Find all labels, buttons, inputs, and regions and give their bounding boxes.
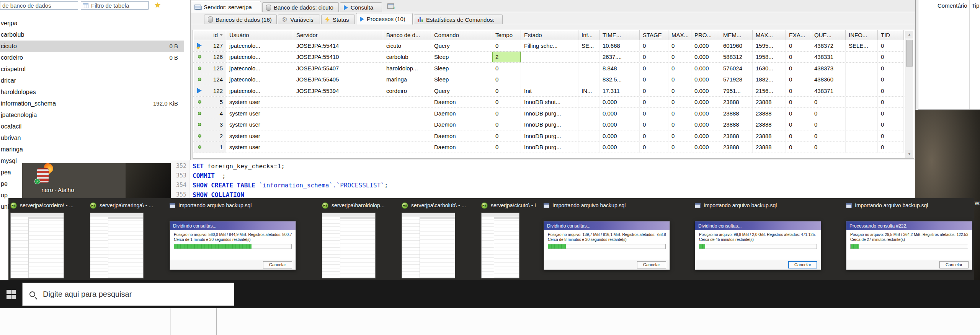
comment-column-header[interactable]: Comentário <box>938 2 967 9</box>
scroll-up-icon[interactable]: ▲ <box>905 31 913 38</box>
preview-title: Importando arquivo backup.sql <box>695 200 837 211</box>
nero-shortcut-icon[interactable]: ✓ nero - Atalho <box>36 164 54 185</box>
new-query-tab-icon[interactable] <box>387 3 394 9</box>
window-preview-4: HSserverjpa\carbolub\ - ... <box>402 200 471 278</box>
tab-banco-de-dados-cicuto[interactable]: Banco de dados: cicuto <box>262 2 339 12</box>
column-header-id[interactable]: id <box>194 30 226 40</box>
grid-vertical-scrollbar[interactable]: ▲ ▼ <box>905 31 913 158</box>
row-state-green-icon <box>197 65 203 71</box>
sidebar-item-carbolub[interactable]: carbolub <box>0 29 184 41</box>
window-thumbnail[interactable] <box>402 213 455 278</box>
progress-fill <box>548 244 566 249</box>
bolt-icon <box>325 16 330 23</box>
preview-title: HSserverjpa\maringa\ - ... <box>90 200 160 211</box>
window-thumbnail[interactable] <box>10 213 64 278</box>
cancel-button[interactable]: Cancelar <box>637 261 666 268</box>
column-header-tempo[interactable]: Tempo <box>492 30 521 40</box>
column-header-max[interactable]: MAX... <box>668 30 691 40</box>
column-header-tid[interactable]: TID <box>878 30 904 40</box>
favorites-star-icon[interactable]: ★ <box>154 1 161 10</box>
line-number: 352 <box>170 163 186 169</box>
type-column-header[interactable]: Tip <box>972 2 979 9</box>
column-header-mem[interactable]: MEM... <box>720 30 753 40</box>
scroll-down-icon[interactable]: ▼ <box>905 150 913 158</box>
database-filter-input[interactable] <box>0 1 78 10</box>
sidebar-item-crispetrol[interactable]: crispetrol <box>0 63 184 75</box>
tab-vari-veis[interactable]: ⚙Variáveis <box>278 15 320 24</box>
dialog-eta-text: Cerca de 27 minutos restante(s) <box>850 237 968 242</box>
column-header-usu-rio[interactable]: Usuário <box>226 30 293 40</box>
window-thumbnail[interactable] <box>322 213 376 278</box>
preview-title: HSserverjpa\cicuto\ - He... <box>481 200 536 211</box>
cancel-button[interactable]: Cancelar <box>939 261 969 268</box>
sidebar-item-ocafacil[interactable]: ocafacil <box>0 121 184 132</box>
search-input[interactable] <box>42 289 234 299</box>
preview-title: HSserverjpa\cordeiro\ - ... <box>10 200 80 211</box>
column-header-info[interactable]: INFO... <box>846 30 878 40</box>
process-row-1[interactable]: 1system userDaemon0InnoDB purg...0.00000… <box>193 142 905 153</box>
line-number: 353 <box>170 172 186 179</box>
process-row-5[interactable]: 5system userDaemon0InnoDB shut...0.00000… <box>193 97 905 108</box>
process-row-4[interactable]: 4system userDaemon0InnoDB purg...0.00000… <box>193 108 905 119</box>
start-button[interactable] <box>0 280 22 308</box>
mini-tree-panel <box>482 217 494 278</box>
column-header-inf[interactable]: Inf... <box>578 30 599 40</box>
heidisql-icon: HS <box>90 202 96 209</box>
column-header-max[interactable]: MAX... <box>753 30 786 40</box>
column-header-pro[interactable]: PRO... <box>691 30 720 40</box>
sidebar-item-information-schema[interactable]: information_schema192,0 KiB <box>0 98 184 109</box>
column-divider <box>969 0 970 109</box>
dialog-thumbnail[interactable]: Processando consulta #222.Posição no arq… <box>846 221 972 270</box>
tab-status[interactable]: Status <box>321 15 355 24</box>
window-thumbnail[interactable] <box>481 213 519 278</box>
sidebar-item-haroldolopes[interactable]: haroldolopes <box>0 86 184 98</box>
windows-taskbar: e☎>_HS <box>0 280 980 308</box>
column-header-exa[interactable]: EXA... <box>786 30 811 40</box>
line-number: 354 <box>170 182 186 189</box>
process-row-2[interactable]: 2system userDaemon0InnoDB purg...0.00000… <box>193 130 905 142</box>
column-header-comando[interactable]: Comando <box>431 30 492 40</box>
process-row-126[interactable]: 126jpatecnolo...JOSEJPA:55410carbolubSle… <box>193 52 905 63</box>
column-header-que[interactable]: QUE... <box>811 30 846 40</box>
tab-servidor-serverjpa[interactable]: Servidor: serverjpa <box>190 1 261 13</box>
column-header-banco-de-d[interactable]: Banco de d... <box>383 30 431 40</box>
process-row-122[interactable]: 122jpatecnolo...JOSEJPA:55394cordeiroQue… <box>193 85 905 97</box>
process-row-124[interactable]: 124jpatecnolo...JOSEJPA:55405maringaSlee… <box>193 74 905 86</box>
table-filter-input[interactable] <box>90 2 147 9</box>
progress-bar <box>174 244 292 249</box>
sidebar-item-cicuto[interactable]: cicuto0 B <box>0 41 184 52</box>
taskbar-preview-panel: HSserverjpa\cordeiro\ - ...HSserverjpa\m… <box>8 198 974 280</box>
column-header-servidor[interactable]: Servidor <box>293 30 383 40</box>
cancel-button[interactable]: Cancelar <box>263 261 292 268</box>
dialog-preview-8: Importando arquivo backup.sqlProcessando… <box>846 200 974 278</box>
dialog-thumbnail[interactable]: Dividindo consultas...Posição no arquivo… <box>544 221 670 270</box>
sidebar-item-dricar[interactable]: dricar <box>0 75 184 86</box>
sidebar-item-verjpa[interactable]: verjpa <box>0 18 184 29</box>
column-header-time[interactable]: TIME... <box>599 30 640 40</box>
sql-line: COMMIT ; <box>193 172 226 179</box>
tab-consulta[interactable]: Consulta <box>340 2 382 12</box>
sidebar-item-jpatecnologia[interactable]: jpatecnologia <box>0 109 184 121</box>
dialog-thumbnail[interactable]: Dividindo consultas...Posição no arquivo… <box>170 221 296 270</box>
sidebar-item-maringa[interactable]: maringa <box>0 144 184 155</box>
process-row-3[interactable]: 3system userDaemon0InnoDB purg...0.00000… <box>193 119 905 131</box>
window-thumbnail[interactable] <box>90 213 144 278</box>
column-header-stage[interactable]: STAGE <box>640 30 668 40</box>
dialog-eta-text: Cerca de 1 minuto e 30 segundos restante… <box>174 237 292 242</box>
shortcut-check-icon: ✓ <box>34 179 40 184</box>
sidebar-item-cordeiro[interactable]: cordeiro0 B <box>0 52 184 63</box>
tab-estat-sticas-de-comandos[interactable]: Estatísticas de Comandos: <box>414 15 503 24</box>
header-underline <box>918 11 980 11</box>
dialog-titlebar: Dividindo consultas... <box>544 221 670 230</box>
cancel-button[interactable]: Cancelar <box>788 261 817 268</box>
taskbar-search-box[interactable] <box>22 283 234 306</box>
mini-grid-panel <box>108 217 143 278</box>
column-header-estado[interactable]: Estado <box>521 30 578 40</box>
process-row-127[interactable]: ★127jpatecnolo...JOSEJPA:55414cicutoQuer… <box>193 40 905 52</box>
scrollbar-thumb[interactable] <box>906 40 913 67</box>
dialog-thumbnail[interactable]: Dividindo consultas...Posição no arquivo… <box>695 221 821 270</box>
tab-bancos-de-dados-16[interactable]: Bancos de dados (16) <box>204 15 277 24</box>
tab-processos-10[interactable]: Processos (10) <box>356 13 413 24</box>
process-row-125[interactable]: 125jpatecnolo...JOSEJPA:55407haroldolop.… <box>193 63 905 74</box>
sidebar-item-ubrivan[interactable]: ubrivan <box>0 132 184 144</box>
